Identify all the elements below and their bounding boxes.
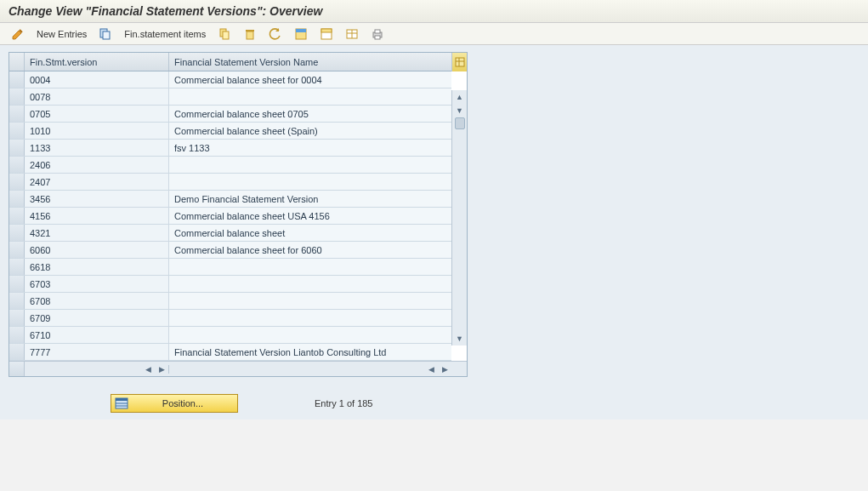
scroll-down-icon[interactable]: ▼: [452, 104, 467, 117]
version-input[interactable]: [25, 140, 168, 156]
hscroll-right-b-icon[interactable]: ▶: [438, 365, 451, 374]
version-cell[interactable]: [25, 293, 169, 309]
row-selector[interactable]: [9, 71, 25, 88]
version-input[interactable]: [25, 327, 168, 343]
undo-button[interactable]: [264, 26, 286, 43]
version-cell[interactable]: [25, 276, 169, 292]
version-input[interactable]: [25, 174, 168, 190]
name-cell[interactable]: Demo Financial Statement Version: [169, 191, 451, 207]
name-cell[interactable]: [169, 157, 451, 173]
row-selector[interactable]: [9, 259, 25, 275]
version-input[interactable]: [25, 157, 168, 173]
name-cell[interactable]: Commercial balance sheet for 0004: [169, 71, 451, 88]
version-cell[interactable]: [25, 208, 169, 224]
vertical-scrollbar[interactable]: ▲ ▼ ▼: [451, 90, 467, 345]
row-selector[interactable]: [9, 276, 25, 292]
version-cell[interactable]: [25, 327, 169, 343]
name-cell[interactable]: [169, 310, 451, 326]
version-input[interactable]: [25, 208, 168, 224]
version-cell[interactable]: [25, 242, 169, 258]
svg-rect-9: [321, 29, 332, 32]
version-input[interactable]: [25, 242, 168, 258]
hscroll-left-b-icon[interactable]: ◀: [424, 365, 438, 374]
version-input[interactable]: [25, 88, 168, 105]
version-cell[interactable]: [25, 225, 169, 241]
configure-columns-button[interactable]: [451, 53, 467, 71]
version-input[interactable]: [25, 344, 168, 360]
row-selector[interactable]: [9, 123, 25, 139]
fin-statement-items-button[interactable]: Fin.statement items: [120, 26, 210, 43]
name-cell[interactable]: [169, 276, 451, 292]
scroll-thumb[interactable]: [455, 117, 465, 129]
table-settings-button[interactable]: [341, 26, 363, 43]
version-cell[interactable]: [25, 157, 169, 173]
version-input[interactable]: [25, 191, 168, 207]
name-cell[interactable]: fsv 1133: [169, 140, 451, 156]
version-cell[interactable]: [25, 123, 169, 139]
version-cell[interactable]: [25, 140, 169, 156]
toggle-change-button[interactable]: [7, 26, 29, 43]
hscroll-left-a-icon[interactable]: ◀: [141, 365, 155, 374]
row-selector[interactable]: [9, 157, 25, 173]
name-cell[interactable]: Commercial balance sheet: [169, 225, 451, 241]
version-input[interactable]: [25, 293, 168, 309]
row-selector[interactable]: [9, 225, 25, 241]
version-input[interactable]: [25, 71, 168, 88]
name-cell[interactable]: Commercial balance sheet USA 4156: [169, 208, 451, 224]
content-area: Fin.Stmt.version Financial Statement Ver…: [0, 45, 868, 420]
version-input[interactable]: [25, 123, 168, 139]
version-cell[interactable]: [25, 259, 169, 275]
name-cell[interactable]: [169, 88, 451, 105]
hscroll-right-a-icon[interactable]: ▶: [155, 365, 168, 374]
table-row: Commercial balance sheet (Spain): [9, 123, 451, 140]
row-selector[interactable]: [9, 174, 25, 190]
new-entries-button[interactable]: New Entries: [32, 26, 91, 43]
delete-button[interactable]: [239, 26, 261, 43]
name-cell[interactable]: Commercial balance sheet (Spain): [169, 123, 451, 139]
name-cell[interactable]: [169, 327, 451, 343]
name-cell[interactable]: [169, 293, 451, 309]
version-input[interactable]: [25, 106, 168, 122]
name-cell[interactable]: Commercial balance sheet 0705: [169, 106, 451, 122]
print-button[interactable]: [366, 26, 389, 43]
version-cell[interactable]: [25, 88, 169, 105]
scroll-up-icon[interactable]: ▲: [452, 90, 467, 104]
svg-rect-4: [247, 31, 253, 39]
horizontal-scrollbar[interactable]: ◀ ▶ ◀ ▶: [9, 361, 467, 376]
svg-rect-1: [103, 31, 110, 39]
select-all-button[interactable]: [290, 26, 312, 43]
deselect-all-button[interactable]: [315, 26, 338, 43]
copy-as-button[interactable]: [94, 26, 116, 43]
version-cell[interactable]: [25, 71, 169, 88]
row-selector[interactable]: [9, 208, 25, 224]
version-cell[interactable]: [25, 106, 169, 122]
version-cell[interactable]: [25, 344, 169, 360]
col-header-name[interactable]: Financial Statement Version Name: [169, 53, 467, 71]
row-selector[interactable]: [9, 106, 25, 122]
version-input[interactable]: [25, 259, 168, 275]
version-cell[interactable]: [25, 174, 169, 190]
row-selector[interactable]: [9, 293, 25, 309]
row-selector[interactable]: [9, 327, 25, 343]
scroll-down2-icon[interactable]: ▼: [452, 332, 467, 345]
version-input[interactable]: [25, 310, 168, 326]
table-row: Commercial balance sheet for 6060: [9, 242, 451, 259]
row-selector[interactable]: [9, 242, 25, 258]
row-selector[interactable]: [9, 310, 25, 326]
row-selector[interactable]: [9, 344, 25, 360]
select-all-header[interactable]: [9, 53, 25, 71]
version-cell[interactable]: [25, 191, 169, 207]
row-selector[interactable]: [9, 88, 25, 105]
col-header-version[interactable]: Fin.Stmt.version: [25, 53, 169, 71]
position-button[interactable]: Position...: [111, 394, 238, 413]
name-cell[interactable]: Commercial balance sheet for 6060: [169, 242, 451, 258]
name-cell[interactable]: [169, 174, 451, 190]
row-selector[interactable]: [9, 140, 25, 156]
row-selector[interactable]: [9, 191, 25, 207]
copy-button[interactable]: [213, 26, 235, 43]
version-cell[interactable]: [25, 310, 169, 326]
version-input[interactable]: [25, 225, 168, 241]
name-cell[interactable]: [169, 259, 451, 275]
name-cell[interactable]: Financial Statement Version Liantob Cons…: [169, 344, 451, 360]
version-input[interactable]: [25, 276, 168, 292]
